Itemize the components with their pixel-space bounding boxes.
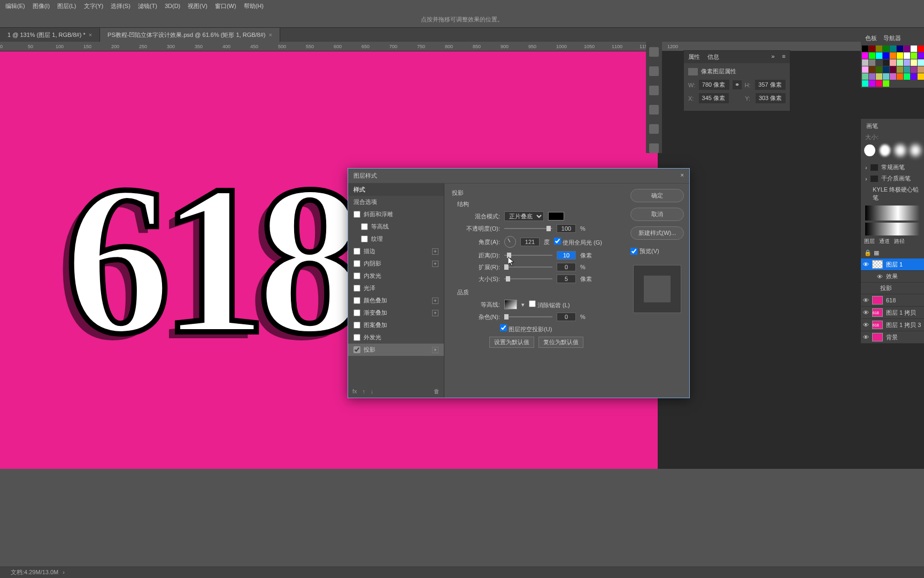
swatch[interactable] bbox=[883, 52, 889, 59]
swatch[interactable] bbox=[869, 80, 875, 87]
distance-slider[interactable] bbox=[504, 255, 552, 256]
menu-layer[interactable]: 图层(L) bbox=[57, 2, 76, 10]
close-icon[interactable]: × bbox=[89, 32, 92, 38]
tab-info[interactable]: 信息 bbox=[707, 53, 719, 61]
layer-row[interactable]: 👁618图层 1 拷贝 bbox=[861, 307, 924, 319]
swatch[interactable] bbox=[890, 59, 896, 66]
swatch[interactable] bbox=[890, 73, 896, 80]
ok-button[interactable]: 确定 bbox=[630, 189, 684, 202]
menu-image[interactable]: 图像(I) bbox=[33, 2, 50, 10]
layer-row[interactable]: 投影 bbox=[861, 283, 924, 294]
brush-panel[interactable]: 画笔 大小: ›常规画笔 ›干介质画笔 KYLE 终极硬心铅笔 bbox=[861, 119, 924, 240]
angle-input[interactable] bbox=[520, 238, 540, 246]
antialias-checkbox[interactable]: 消除锯齿 (L) bbox=[529, 300, 570, 309]
global-light-checkbox[interactable]: 使用全局光 (G) bbox=[554, 238, 602, 247]
style-斜面和浮雕[interactable]: 斜面和浮雕 bbox=[348, 208, 444, 220]
swatch[interactable] bbox=[904, 45, 910, 52]
swatch[interactable] bbox=[897, 66, 903, 73]
layer-row[interactable]: 👁图层 1 bbox=[861, 258, 924, 271]
close-icon[interactable]: × bbox=[681, 172, 684, 180]
eye-icon[interactable]: 👁 bbox=[863, 309, 869, 316]
dock-icon[interactable] bbox=[649, 124, 659, 134]
document-tabbar[interactable]: 1 @ 131% (图层 1, RGB/8#) * × PS教程-凹陷立体字设计… bbox=[0, 28, 924, 42]
dropdown-icon[interactable]: ▾ bbox=[521, 301, 525, 308]
styles-header[interactable]: 样式 bbox=[348, 184, 444, 196]
swatch[interactable] bbox=[890, 52, 896, 59]
x-value[interactable]: 345 像素 bbox=[699, 93, 729, 103]
swatch[interactable] bbox=[869, 66, 875, 73]
style-投影[interactable]: 投影+ bbox=[348, 344, 444, 356]
brush-preset-4[interactable] bbox=[910, 144, 921, 156]
height-value[interactable]: 357 像素 bbox=[755, 80, 786, 90]
size-input[interactable] bbox=[557, 275, 576, 283]
doc-tab-2[interactable]: PS教程-凹陷立体字设计效果.psd @ 61.6% (矩形 1, RGB/8#… bbox=[100, 28, 280, 42]
brush-preset-1[interactable] bbox=[864, 144, 875, 156]
swatch[interactable] bbox=[911, 52, 917, 59]
tab-channels[interactable]: 通道 bbox=[879, 238, 890, 245]
layer-row[interactable]: 👁618图层 1 拷贝 3 bbox=[861, 319, 924, 331]
add-icon[interactable]: + bbox=[432, 261, 438, 267]
swatch[interactable] bbox=[876, 80, 882, 87]
chevron-right-icon[interactable]: › bbox=[63, 569, 65, 575]
dock-icon[interactable] bbox=[649, 105, 659, 115]
eye-icon[interactable]: 👁 bbox=[863, 334, 869, 340]
filter-icon[interactable]: ▦ bbox=[874, 249, 879, 256]
style-颜色叠加[interactable]: 颜色叠加+ bbox=[348, 294, 444, 307]
layer-row[interactable]: 👁背景 bbox=[861, 331, 924, 344]
swatch[interactable] bbox=[897, 73, 903, 80]
swatch[interactable] bbox=[869, 59, 875, 66]
dock-icon[interactable] bbox=[649, 143, 659, 153]
menu-window[interactable]: 窗口(W) bbox=[215, 2, 236, 10]
tab-swatches[interactable]: 色板 bbox=[865, 34, 877, 42]
layer-style-dialog[interactable]: 图层样式 × 样式 混合选项 斜面和浮雕 等高线 纹理 描边+ 内阴影+ 内发光… bbox=[348, 168, 690, 398]
dock-strip[interactable] bbox=[646, 42, 662, 153]
swatch[interactable] bbox=[911, 45, 917, 52]
swatch[interactable] bbox=[904, 59, 910, 66]
swatch[interactable] bbox=[862, 66, 868, 73]
swatch[interactable] bbox=[883, 59, 889, 66]
new-style-button[interactable]: 新建样式(W)... bbox=[630, 226, 684, 240]
tab-navigator[interactable]: 导航器 bbox=[883, 34, 901, 42]
preview-checkbox[interactable]: 预览(V) bbox=[630, 247, 684, 255]
properties-panel[interactable]: 属性 信息 » ≡ 像素图层属性 W: 780 像素 ⚭ H: 357 像素 X… bbox=[683, 50, 790, 111]
style-图案叠加[interactable]: 图案叠加 bbox=[348, 319, 444, 331]
eye-icon[interactable]: 👁 bbox=[863, 261, 869, 268]
main-menubar[interactable]: 编辑(E) 图像(I) 图层(L) 文字(Y) 选择(S) 滤镜(T) 3D(D… bbox=[0, 0, 924, 12]
style-纹理[interactable]: 纹理 bbox=[348, 233, 444, 245]
layer-row[interactable]: 👁效果 bbox=[861, 271, 924, 283]
layers-panel[interactable]: 图层 通道 路径 🔒 ▦ 👁图层 1👁效果投影👁618👁618图层 1 拷贝👁6… bbox=[861, 235, 924, 344]
swatch[interactable] bbox=[876, 52, 882, 59]
link-icon[interactable]: ⚭ bbox=[733, 80, 742, 89]
reset-default-button[interactable]: 复位为默认值 bbox=[538, 337, 583, 348]
tab-layers[interactable]: 图层 bbox=[864, 238, 875, 245]
spread-slider[interactable] bbox=[504, 267, 552, 268]
tab-properties[interactable]: 属性 bbox=[688, 53, 700, 61]
close-icon[interactable]: × bbox=[269, 32, 272, 38]
eye-icon[interactable]: 👁 bbox=[863, 297, 869, 303]
add-icon[interactable]: + bbox=[432, 347, 438, 353]
angle-dial[interactable] bbox=[504, 236, 516, 248]
menu-edit[interactable]: 编辑(E) bbox=[5, 2, 25, 10]
dock-icon[interactable] bbox=[649, 86, 659, 95]
swatch[interactable] bbox=[918, 59, 924, 66]
swatch[interactable] bbox=[862, 73, 868, 80]
knockout-checkbox[interactable]: 图层挖空投影(U) bbox=[500, 324, 552, 333]
layer-row[interactable]: 👁618 bbox=[861, 294, 924, 307]
menu-view[interactable]: 视图(V) bbox=[188, 2, 207, 10]
swatch[interactable] bbox=[876, 45, 882, 52]
swatch[interactable] bbox=[862, 52, 868, 59]
noise-input[interactable] bbox=[557, 313, 576, 321]
brush-presets[interactable] bbox=[861, 141, 924, 159]
layer-toolbar[interactable]: 🔒 ▦ bbox=[861, 247, 924, 258]
cancel-button[interactable]: 取消 bbox=[630, 208, 684, 221]
swatch[interactable] bbox=[869, 52, 875, 59]
blend-mode-select[interactable]: 正片叠底 bbox=[504, 211, 544, 221]
width-value[interactable]: 780 像素 bbox=[699, 80, 729, 90]
swatch[interactable] bbox=[918, 52, 924, 59]
swatch[interactable] bbox=[883, 80, 889, 87]
swatch[interactable] bbox=[918, 66, 924, 73]
style-内阴影[interactable]: 内阴影+ bbox=[348, 257, 444, 270]
tab-paths[interactable]: 路径 bbox=[894, 238, 905, 245]
eye-icon[interactable]: 👁 bbox=[863, 322, 869, 328]
swatch[interactable] bbox=[876, 59, 882, 66]
